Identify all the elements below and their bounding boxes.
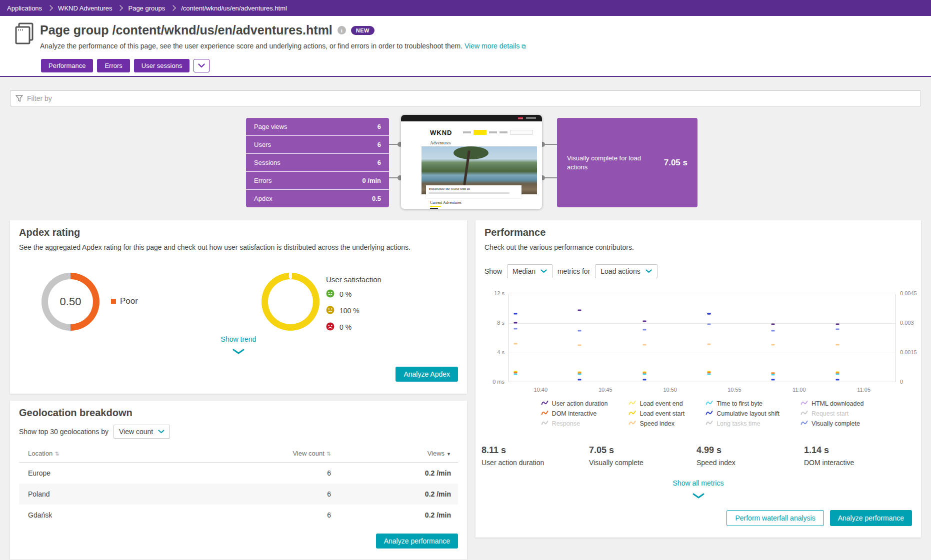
- page-screenshot-thumbnail[interactable]: WKND Adventures Experience the world wit…: [401, 115, 542, 209]
- series-line-icon: [706, 410, 713, 416]
- performance-chart-plot[interactable]: [508, 294, 896, 382]
- visually-complete-panel: Visually complete for load actions 7.05 …: [557, 118, 698, 207]
- geo-views-cell: 0.2 /min: [331, 469, 451, 477]
- legend-item[interactable]: Speed index: [628, 420, 684, 427]
- legend-item[interactable]: Visually complete: [800, 420, 864, 427]
- column-header-location[interactable]: Location⇅: [28, 450, 251, 457]
- column-header-views[interactable]: Views▼: [331, 450, 451, 457]
- series-line-icon-wrap: [541, 420, 548, 427]
- series-line-icon: [628, 410, 636, 416]
- legend-label: Speed index: [640, 420, 674, 427]
- table-row[interactable]: Gdańsk60.2 /min: [19, 505, 458, 526]
- section-underline: [430, 206, 441, 207]
- series-line-icon-wrap: [628, 420, 636, 427]
- legend-item[interactable]: DOM interactive: [541, 410, 608, 417]
- x-tick-label: 11:00: [792, 387, 806, 393]
- legend-item[interactable]: HTML downloaded: [800, 400, 864, 407]
- metric-label: User action duration: [482, 459, 589, 467]
- legend-item[interactable]: Response: [541, 420, 608, 427]
- info-icon[interactable]: i: [338, 26, 346, 34]
- series-line-icon-wrap: [706, 400, 713, 407]
- breadcrumb-chevron-icon: [170, 5, 176, 10]
- analyze-apdex-button[interactable]: Analyze Apdex: [396, 367, 458, 382]
- stat-value: 0 /min: [362, 177, 381, 184]
- action-type-select[interactable]: Load actions: [595, 264, 657, 278]
- table-row[interactable]: Poland60.2 /min: [19, 484, 458, 505]
- legend-item[interactable]: Request start: [800, 410, 864, 417]
- metric-value: 8.11 s: [482, 445, 589, 456]
- x-tick-label: 10:40: [534, 387, 548, 393]
- stat-label: Apdex: [254, 195, 272, 202]
- apdex-description: See the aggregated Apdex rating for this…: [19, 243, 410, 251]
- view-more-details-link[interactable]: View more details: [464, 42, 520, 50]
- series-line-icon-wrap: [628, 400, 636, 407]
- series-line-icon-wrap: [800, 420, 808, 427]
- legend-label: Load event end: [640, 400, 682, 407]
- geolocation-sort-select[interactable]: View count: [114, 425, 170, 439]
- stat-value: 6: [378, 141, 381, 148]
- metric-label: DOM interactive: [804, 459, 912, 467]
- metric-value: 4.99 s: [696, 445, 804, 456]
- thumbnail-nav: [463, 130, 533, 135]
- smiley-happy-wrap: [326, 289, 334, 299]
- show-all-metrics-chevron[interactable]: [476, 492, 921, 501]
- data-point: [578, 373, 582, 375]
- breadcrumb-item[interactable]: Applications: [7, 4, 42, 12]
- apdex-rating-label: Poor: [120, 296, 138, 306]
- column-header-view-count[interactable]: View count⇅: [251, 450, 331, 457]
- legend-column: Time to first byteCumulative layout shif…: [706, 400, 780, 427]
- filter-input[interactable]: [27, 94, 916, 102]
- performance-button[interactable]: Performance: [41, 59, 93, 72]
- legend-item[interactable]: Time to first byte: [706, 400, 780, 407]
- data-point: [578, 379, 582, 381]
- errors-button[interactable]: Errors: [97, 59, 130, 72]
- legend-label: Long tasks time: [716, 420, 760, 427]
- geo-view-count-cell: 6: [251, 490, 331, 498]
- geo-view-count-cell: 6: [251, 469, 331, 477]
- legend-item[interactable]: User action duration: [541, 400, 608, 407]
- legend-item[interactable]: Long tasks time: [706, 420, 780, 427]
- hero-overlay-card: Experience the world with us: [426, 185, 522, 198]
- x-tick-label: 11:05: [857, 387, 870, 393]
- data-point: [707, 374, 710, 375]
- breadcrumb-item[interactable]: Page groups: [128, 4, 165, 12]
- y-right-tick-label: 0.0045: [900, 290, 917, 296]
- data-point: [836, 374, 840, 375]
- aggregation-select[interactable]: Median: [507, 264, 552, 278]
- data-point: [771, 330, 774, 331]
- show-trend-chevron[interactable]: [10, 347, 467, 356]
- metric-label: Speed index: [696, 459, 804, 467]
- browser-chrome-bar: [401, 115, 542, 121]
- satisfaction-row: 0 %: [326, 322, 360, 332]
- legend-item[interactable]: Load event start: [628, 410, 684, 417]
- perf-analyze-performance-button[interactable]: Analyze performance: [830, 510, 912, 526]
- geolocation-card: Geolocation breakdown Show top 30 geoloc…: [10, 401, 467, 560]
- geo-analyze-performance-button[interactable]: Analyze performance: [376, 534, 458, 549]
- breadcrumb-item[interactable]: /content/wknd/us/en/adventures.html: [181, 4, 287, 12]
- breadcrumb-item[interactable]: WKND Adventures: [58, 4, 112, 12]
- satisfaction-row: 100 %: [326, 306, 360, 316]
- stat-row: Page views6: [246, 118, 389, 136]
- stat-label: Errors: [254, 177, 272, 184]
- page-description-text: Analyze the performance of this page, se…: [40, 42, 462, 50]
- chevron-down-icon: [694, 494, 704, 498]
- legend-label: Load event start: [640, 410, 684, 417]
- waterfall-analysis-button[interactable]: Perform waterfall analysis: [726, 510, 824, 526]
- apdex-title: Apdex rating: [19, 227, 80, 238]
- data-point: [642, 329, 646, 331]
- more-actions-dropdown-button[interactable]: [194, 59, 210, 72]
- series-line-icon-wrap: [706, 410, 713, 417]
- y-left-tick-label: 0 ms: [476, 379, 504, 385]
- data-point: [707, 343, 710, 345]
- stat-row: Errors0 /min: [246, 172, 389, 190]
- performance-description: Check out the various performance contri…: [484, 243, 634, 251]
- user-sessions-button[interactable]: User sessions: [134, 59, 190, 72]
- sort-icon: ⇅: [326, 451, 331, 457]
- legend-item[interactable]: Load event end: [628, 400, 684, 407]
- legend-item[interactable]: Cumulative layout shift: [706, 410, 780, 417]
- adventure-cards-row: [430, 208, 480, 209]
- show-all-metrics-link[interactable]: Show all metrics: [673, 479, 724, 487]
- table-row[interactable]: Europe60.2 /min: [19, 463, 458, 484]
- y-right-tick-label: 0.0015: [900, 349, 917, 355]
- show-trend-link[interactable]: Show trend: [221, 335, 256, 343]
